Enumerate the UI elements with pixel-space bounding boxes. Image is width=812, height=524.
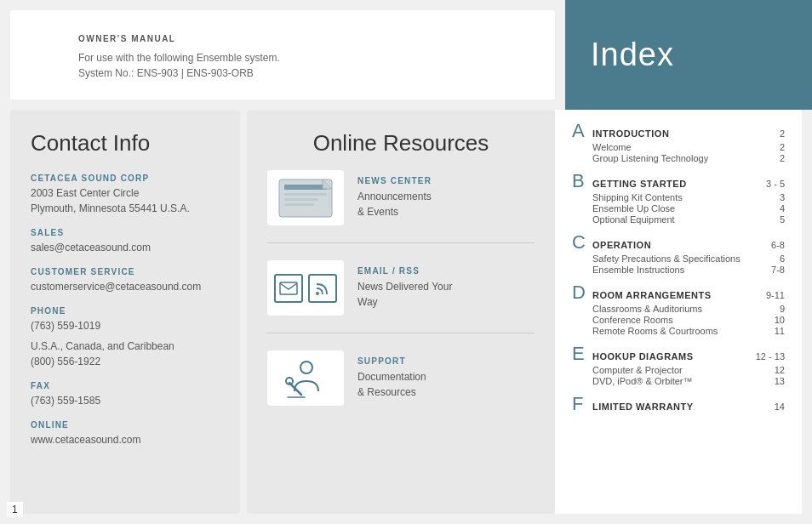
rss-icon — [308, 274, 337, 303]
index-page-a: 2 — [759, 128, 785, 139]
online-resources-title: Online Resources — [267, 130, 535, 157]
resource-item-news: NEWS CENTER Announcements& Events — [267, 170, 535, 243]
index-sub-row: Conference Rooms10 — [572, 315, 785, 325]
online-value: www.cetaceasound.com — [31, 432, 220, 447]
sales-value: sales@cetaceasound.com — [31, 240, 220, 255]
index-sub-row: Group Listening Technology2 — [572, 153, 785, 163]
index-entry-c: COPERATION6-8Safety Precautions & Specif… — [572, 233, 785, 275]
resource-text-news: NEWS CENTER Announcements& Events — [357, 176, 432, 219]
email-rss-title: EMAIL / RSS — [357, 266, 452, 276]
index-sub-page: 3 — [759, 192, 785, 202]
phone-value-1: (763) 559-1019 — [31, 318, 220, 333]
sales-label: SALES — [31, 228, 220, 237]
online-resources-box: Online Resources NEWS — [247, 110, 555, 514]
index-sub-title: Ensemble Up Close — [592, 203, 759, 214]
index-sub-title: Optional Equipment — [592, 214, 759, 225]
index-main-title-f: LIMITED WARRANTY — [589, 402, 759, 412]
index-sub-row: Ensemble Up Close4 — [572, 203, 785, 214]
index-page-c: 6-8 — [759, 240, 785, 250]
index-main-row-c: COPERATION6-8 — [572, 233, 785, 252]
svg-point-6 — [316, 292, 319, 295]
email-rss-desc: News Delivered YourWay — [357, 279, 452, 310]
index-sub-title: Classrooms & Auditoriums — [592, 304, 759, 314]
manual-info-box: OWNER'S MANUAL For use with the followin… — [10, 10, 555, 100]
cetacea-label: CETACEA SOUND CORP — [31, 174, 220, 183]
index-sub-row: Shipping Kit Contents3 — [572, 192, 785, 202]
index-sub-page: 4 — [759, 203, 785, 214]
svg-rect-4 — [284, 203, 314, 206]
contact-section-customer-service: CUSTOMER SERVICE customerservice@cetacea… — [31, 267, 220, 294]
index-sub-title: DVD, iPod® & Orbiter™ — [592, 376, 759, 386]
index-main-row-e: EHOOKUP DIAGRAMS12 - 13 — [572, 345, 785, 363]
index-entry-a: AINTRODUCTION2Welcome2Group Listening Te… — [572, 122, 785, 163]
svg-rect-1 — [284, 185, 327, 190]
support-title: SUPPORT — [357, 356, 426, 366]
index-letter-f: F — [572, 395, 589, 413]
index-main-row-f: FLIMITED WARRANTY14 — [572, 395, 785, 413]
news-icon — [267, 170, 344, 225]
index-entry-b: BGETTING STARTED3 - 5Shipping Kit Conten… — [572, 172, 785, 225]
index-letter-c: C — [572, 233, 589, 252]
index-letter-a: A — [572, 122, 589, 140]
index-main-title-b: GETTING STARTED — [589, 179, 759, 189]
index-page-e: 12 - 13 — [756, 351, 785, 362]
contact-section-fax: FAX (763) 559-1585 — [31, 381, 220, 408]
index-sub-row: Computer & Projector12 — [572, 365, 785, 375]
index-main-title-c: OPERATION — [589, 240, 759, 250]
index-sub-title: Computer & Projector — [592, 365, 759, 375]
svg-rect-5 — [280, 282, 297, 294]
index-entry-d: DROOM ARRANGEMENTS9-11Classrooms & Audit… — [572, 283, 785, 336]
resource-text-support: SUPPORT Documentation& Resources — [357, 356, 426, 400]
index-letter-e: E — [572, 345, 589, 363]
customer-service-label: CUSTOMER SERVICE — [31, 267, 220, 276]
phone-value-3: (800) 556-1922 — [31, 354, 220, 369]
resource-text-email-rss: EMAIL / RSS News Delivered YourWay — [357, 266, 452, 310]
description-line1: For use with the following Ensemble syst… — [78, 52, 280, 64]
index-sub-row: Classrooms & Auditoriums9 — [572, 304, 785, 314]
index-main-title-d: ROOM ARRANGEMENTS — [589, 290, 759, 300]
news-center-title: NEWS CENTER — [357, 176, 432, 185]
index-main-title-e: HOOKUP DIAGRAMS — [589, 351, 756, 362]
email-icon — [274, 274, 303, 303]
resource-item-support: SUPPORT Documentation& Resources — [267, 350, 535, 406]
svg-rect-2 — [284, 193, 327, 196]
support-desc: Documentation& Resources — [357, 369, 426, 400]
page-number: 1 — [7, 502, 23, 517]
index-sub-page: 5 — [759, 214, 785, 225]
index-page-b: 3 - 5 — [759, 179, 785, 189]
contact-info-title: Contact Info — [31, 130, 220, 157]
customer-service-value: customerservice@cetaceasound.com — [31, 279, 220, 294]
svg-rect-3 — [284, 198, 318, 201]
index-sub-page: 13 — [759, 376, 785, 386]
index-sub-row: Safety Precautions & Specifications6 — [572, 253, 785, 264]
email-rss-icon — [267, 260, 344, 316]
index-entry-f: FLIMITED WARRANTY14 — [572, 395, 785, 413]
index-sub-title: Ensemble Instructions — [592, 265, 759, 275]
phone-label: PHONE — [31, 306, 220, 316]
index-page-f: 14 — [759, 402, 785, 412]
index-sub-row: Ensemble Instructions7-8 — [572, 265, 785, 275]
index-sub-page: 10 — [759, 315, 785, 325]
index-sub-page: 11 — [759, 326, 785, 336]
news-center-desc: Announcements& Events — [357, 189, 432, 219]
contact-section-cetacea: CETACEA SOUND CORP 2003 East Center Circ… — [31, 174, 220, 216]
index-header: Index — [565, 0, 812, 110]
index-sub-title: Group Listening Technology — [592, 153, 759, 163]
index-main-title-a: INTRODUCTION — [589, 128, 759, 139]
index-sub-title: Conference Rooms — [592, 315, 759, 325]
index-sub-page: 2 — [759, 153, 785, 163]
index-sub-title: Welcome — [592, 142, 759, 152]
cetacea-value-1: 2003 East Center Circle — [31, 185, 220, 201]
contact-section-phone: PHONE (763) 559-1019 U.S.A., Canada, and… — [31, 306, 220, 369]
index-letter-d: D — [572, 283, 589, 302]
index-title: Index — [591, 37, 674, 73]
index-main-row-b: BGETTING STARTED3 - 5 — [572, 172, 785, 191]
contact-info-box: Contact Info CETACEA SOUND CORP 2003 Eas… — [10, 110, 240, 514]
index-panel: AINTRODUCTION2Welcome2Group Listening Te… — [555, 110, 802, 514]
index-letter-b: B — [572, 172, 589, 191]
cetacea-value-2: Plymouth, Minnesota 55441 U.S.A. — [31, 201, 220, 216]
contact-section-sales: SALES sales@cetaceasound.com — [31, 228, 220, 255]
index-sub-row: DVD, iPod® & Orbiter™13 — [572, 376, 785, 386]
index-sub-row: Optional Equipment5 — [572, 214, 785, 225]
online-label: ONLINE — [31, 420, 220, 430]
